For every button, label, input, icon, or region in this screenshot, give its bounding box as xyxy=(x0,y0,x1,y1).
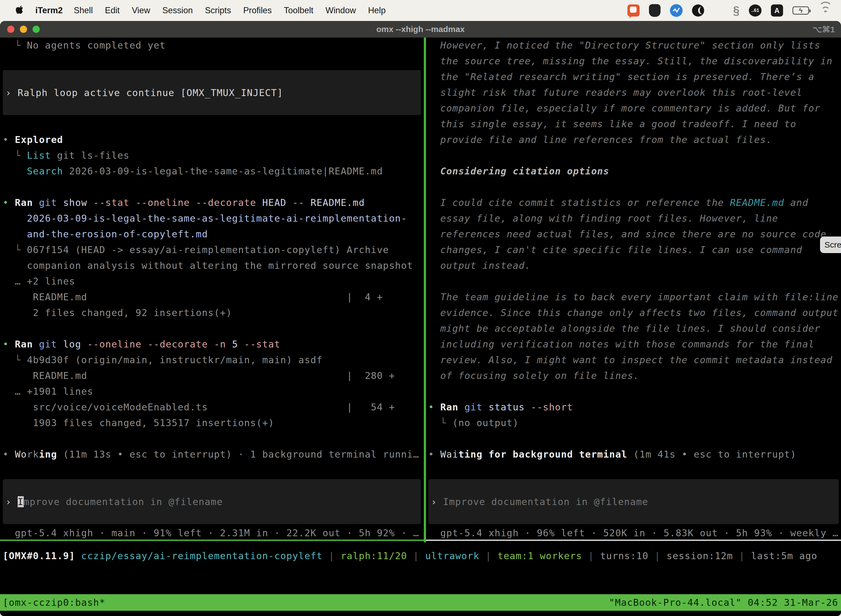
text-segment: including verification notes with those … xyxy=(428,339,815,350)
macos-menu-bar: iTerm2 ShellEditViewSessionScriptsProfil… xyxy=(0,0,841,21)
text-segment: rk xyxy=(27,449,39,460)
terminal-line: essay file, along with finding root file… xyxy=(428,211,841,226)
prompt-input[interactable]: › Improve documentation in @filename xyxy=(428,479,839,524)
battery-icon[interactable]: ϟ xyxy=(793,6,809,15)
terminal-line xyxy=(428,273,841,289)
percent-badge-icon[interactable]: ..61 xyxy=(749,4,762,16)
terminal-line: references need actual files, and since … xyxy=(428,226,841,242)
text-segment: and xyxy=(784,197,808,208)
text-cursor: I xyxy=(18,496,24,507)
terminal-line xyxy=(3,321,424,336)
prompt-input[interactable]: › Improve documentation in @filename xyxy=(3,479,421,524)
keyboard-layout-icon[interactable]: A xyxy=(771,4,783,16)
text-segment: git ls-files xyxy=(51,150,129,161)
menu-item-scripts[interactable]: Scripts xyxy=(205,6,231,15)
terminal-line: • Explored xyxy=(3,132,424,148)
crescent-icon[interactable] xyxy=(692,4,704,16)
terminal-line xyxy=(3,53,424,69)
terminal-line: └ 4b9d30f (origin/main, instructkr/main,… xyxy=(3,352,424,368)
text-segment: Improve documentation in @filename xyxy=(443,496,648,507)
text-segment: 5 xyxy=(226,339,244,350)
tmux-host-clock: "MacBook-Pro-44.local" 04:52 31-Mar-26 xyxy=(609,597,838,608)
window-titlebar[interactable]: omx --xhigh --madmax ⌥⌘1 xyxy=(0,21,841,38)
terminal-line: the source tree, missing the essay. Stil… xyxy=(428,53,841,69)
text-segment: • xyxy=(3,339,15,350)
menu-item-profiles[interactable]: Profiles xyxy=(243,6,271,15)
pulse-badge-icon[interactable] xyxy=(670,4,683,17)
text-segment: --decorate xyxy=(196,197,256,208)
apple-menu-icon[interactable] xyxy=(14,6,25,15)
terminal-line: … +2 lines xyxy=(3,273,424,289)
terminal-line: I could cite commit statistics or refere… xyxy=(428,195,841,211)
shield-grid-icon[interactable] xyxy=(649,4,661,17)
dots-grid-icon[interactable] xyxy=(714,6,724,16)
text-segment: gpt-5.4 xhigh · main · 91% left · 2.31M … xyxy=(3,527,419,538)
text-segment: and-the-erosion-of-copyleft.md xyxy=(3,229,208,239)
text-segment xyxy=(190,197,196,208)
tmux-pane-left[interactable]: └ No agents completed yet› Ralph loop ac… xyxy=(0,38,424,541)
ralph-loop-input[interactable]: › Ralph loop active continue [OMX_TMUX_I… xyxy=(3,70,421,115)
text-segment: review. Also, I might want to inspect th… xyxy=(428,354,832,365)
screen-sharing-pill[interactable]: Scre xyxy=(820,236,841,253)
text-segment: README.md xyxy=(730,197,784,208)
text-segment: Explored xyxy=(15,134,63,145)
text-segment xyxy=(33,197,39,208)
text-segment: Ran xyxy=(440,402,459,413)
text-segment: log xyxy=(57,339,87,350)
terminal-line: this single essay, it seems like a good … xyxy=(428,116,841,132)
menu-item-shell[interactable]: Shell xyxy=(74,6,93,15)
terminal-line: of focusing solely on file lines. xyxy=(428,368,841,384)
terminal-line: 1903 files changed, 513517 insertions(+) xyxy=(3,415,424,431)
omx-segment: session:12m xyxy=(667,550,733,561)
wifi-icon[interactable] xyxy=(818,5,833,16)
text-segment xyxy=(208,339,214,350)
chat-bubble-icon[interactable] xyxy=(627,4,640,16)
menu-item-session[interactable]: Session xyxy=(162,6,193,15)
text-segment: ting for background terminal xyxy=(458,449,627,460)
text-segment: 2026-03-09-is-legal-the-same-as-legitima… xyxy=(3,213,407,224)
menu-item-window[interactable]: Window xyxy=(325,6,356,15)
text-segment: • xyxy=(3,197,15,208)
text-segment: evidence. Since this change only affects… xyxy=(428,307,838,318)
text-segment: slight risk that future readers may over… xyxy=(428,87,802,98)
terminal-line: including verification notes with those … xyxy=(428,336,841,352)
menu-item-edit[interactable]: Edit xyxy=(105,6,119,15)
text-segment: --stat xyxy=(244,339,280,350)
menu-item-view[interactable]: View xyxy=(132,6,150,15)
text-segment: Considering citation options xyxy=(428,166,609,177)
squiggle-icon[interactable]: § xyxy=(733,4,740,17)
menu-item-help[interactable]: Help xyxy=(368,6,386,15)
terminal-line: gpt-5.4 xhigh · main · 91% left · 2.31M … xyxy=(3,525,424,541)
text-segment xyxy=(458,402,464,413)
omx-segment: cczip/essay/ai-reimplementation-copyleft xyxy=(81,550,322,561)
text-segment: git xyxy=(39,197,57,208)
terminal-line: └ No agents completed yet xyxy=(3,38,424,53)
terminal-line xyxy=(3,116,424,132)
text-segment: status xyxy=(483,402,531,413)
omx-segment: [OMX#0.11.9] xyxy=(3,550,81,561)
terminal-line: … +1901 lines xyxy=(3,384,424,399)
menu-item-toolbelt[interactable]: Toolbelt xyxy=(284,6,314,15)
text-segment: • xyxy=(428,402,440,413)
text-segment: companion file, especially if more comme… xyxy=(428,103,820,114)
text-segment: … +1901 lines xyxy=(3,386,93,397)
text-segment: README.md | 4 + xyxy=(3,292,383,302)
active-app-name[interactable]: iTerm2 xyxy=(35,6,63,15)
text-segment: -n xyxy=(214,339,226,350)
terminal-line xyxy=(428,179,841,195)
terminal-line: The team guideline is to back every impo… xyxy=(428,289,841,305)
tmux-pane-right[interactable]: However, I noticed the "Directory Struct… xyxy=(426,38,841,541)
terminal-line xyxy=(428,431,841,447)
iterm2-window: omx --xhigh --madmax ⌥⌘1 └ No agents com… xyxy=(0,21,841,616)
terminal-line xyxy=(428,384,841,399)
terminal-line: • Ran git log --oneline --decorate -n 5 … xyxy=(3,336,424,352)
omx-segment: | xyxy=(648,550,667,561)
omx-segment: | xyxy=(322,550,341,561)
text-segment: provide file and line references from th… xyxy=(428,134,772,145)
pane-divider[interactable] xyxy=(424,38,426,542)
terminal-line: and-the-erosion-of-copyleft.md xyxy=(3,226,424,242)
text-segment: Ran xyxy=(15,197,33,208)
text-segment: README.md | 280 + xyxy=(3,370,395,381)
text-segment: Wo xyxy=(15,449,27,460)
terminal-line: gpt-5.4 xhigh · 96% left · 520K in · 5.8… xyxy=(428,525,841,541)
